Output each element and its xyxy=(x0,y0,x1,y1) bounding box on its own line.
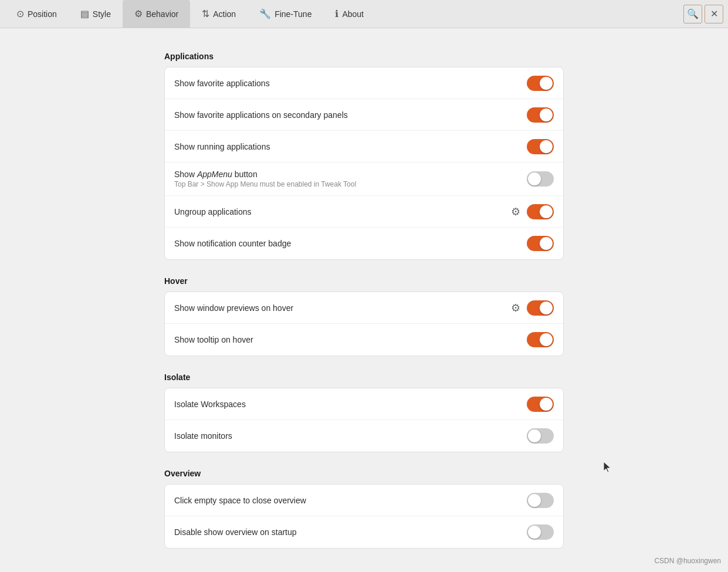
main-content: Applications Show favorite applications … xyxy=(0,28,728,563)
table-row: Show notification counter badge xyxy=(165,228,563,259)
section-isolate-title: Isolate xyxy=(164,373,564,382)
tab-list: ⊙ Position ▤ Style ⚙ Behavior ⇅ Action 🔧… xyxy=(5,0,683,28)
setting-controls xyxy=(527,236,554,251)
tab-style-label: Style xyxy=(93,9,111,19)
toggle-show-running[interactable] xyxy=(527,139,554,154)
setting-label: Show tooltip on hover xyxy=(174,335,253,344)
position-icon: ⊙ xyxy=(16,8,24,19)
table-row: Show window previews on hover ⚙ xyxy=(165,292,563,324)
tab-action-label: Action xyxy=(213,9,236,19)
table-row: Isolate Workspaces xyxy=(165,388,563,420)
section-hover-title: Hover xyxy=(164,276,564,286)
setting-controls xyxy=(527,397,554,412)
tab-position[interactable]: ⊙ Position xyxy=(5,0,69,28)
topbar-actions: 🔍 ✕ xyxy=(683,5,723,23)
table-row: Show tooltip on hover xyxy=(165,324,563,356)
setting-controls xyxy=(527,171,554,187)
tab-behavior[interactable]: ⚙ Behavior xyxy=(123,0,190,28)
setting-controls xyxy=(527,428,554,444)
tab-action[interactable]: ⇅ Action xyxy=(190,0,248,28)
table-row: Show running applications xyxy=(165,131,563,163)
setting-controls xyxy=(527,76,554,91)
setting-controls xyxy=(527,493,554,508)
setting-label: Ungroup applications xyxy=(174,207,252,216)
setting-controls: ⚙ xyxy=(509,204,554,219)
setting-label-group: Show favorite applications on secondary … xyxy=(174,110,348,120)
toggle-ungroup[interactable] xyxy=(527,204,554,219)
toggle-window-previews[interactable] xyxy=(527,300,554,316)
table-row: Ungroup applications ⚙ xyxy=(165,196,563,228)
table-row: Show favorite applications on secondary … xyxy=(165,99,563,131)
watermark: CSDN @huoxingwen xyxy=(654,557,721,565)
tab-behavior-label: Behavior xyxy=(146,9,178,19)
setting-label: Isolate Workspaces xyxy=(174,400,246,409)
setting-label-group: Click empty space to close overview xyxy=(174,496,306,505)
setting-label: Show window previews on hover xyxy=(174,303,293,313)
setting-label-group: Show window previews on hover xyxy=(174,303,293,313)
tab-finetune-label: Fine-Tune xyxy=(275,9,311,19)
setting-label-group: Ungroup applications xyxy=(174,207,252,216)
finetune-icon: 🔧 xyxy=(259,8,271,19)
tab-position-label: Position xyxy=(28,9,57,19)
close-icon: ✕ xyxy=(710,8,718,19)
appmenu-label-italic: AppMenu xyxy=(197,170,232,179)
style-icon: ▤ xyxy=(80,8,89,19)
toggle-appmenu[interactable] xyxy=(527,171,554,187)
toggle-isolate-workspaces[interactable] xyxy=(527,397,554,412)
setting-label: Show running applications xyxy=(174,142,270,151)
setting-label-group: Show notification counter badge xyxy=(174,239,291,248)
toggle-disable-overview[interactable] xyxy=(527,524,554,540)
section-applications-card: Show favorite applications Show favorite… xyxy=(164,67,564,260)
toggle-click-empty-space[interactable] xyxy=(527,493,554,508)
behavior-icon: ⚙ xyxy=(134,8,143,19)
section-hover-card: Show window previews on hover ⚙ Show too… xyxy=(164,292,564,356)
setting-controls: ⚙ xyxy=(509,300,554,316)
table-row: Isolate monitors xyxy=(165,420,563,452)
section-overview-card: Click empty space to close overview Disa… xyxy=(164,484,564,549)
setting-label-group: Show AppMenu button Top Bar > Show App M… xyxy=(174,170,356,188)
section-overview-title: Overview xyxy=(164,469,564,478)
table-row: Click empty space to close overview xyxy=(165,485,563,516)
setting-controls xyxy=(527,107,554,123)
table-row: Show AppMenu button Top Bar > Show App M… xyxy=(165,163,563,196)
toggle-isolate-monitors[interactable] xyxy=(527,428,554,444)
tab-finetune[interactable]: 🔧 Fine-Tune xyxy=(248,0,323,28)
setting-label: Show favorite applications on secondary … xyxy=(174,110,348,120)
section-applications-title: Applications xyxy=(164,52,564,61)
toggle-show-fav-apps[interactable] xyxy=(527,76,554,91)
search-icon: 🔍 xyxy=(687,8,699,19)
setting-label: Show favorite applications xyxy=(174,79,270,88)
setting-label: Click empty space to close overview xyxy=(174,496,306,505)
setting-label: Isolate monitors xyxy=(174,431,232,441)
tab-style[interactable]: ▤ Style xyxy=(69,0,123,28)
setting-label-group: Isolate monitors xyxy=(174,431,232,441)
topbar: ⊙ Position ▤ Style ⚙ Behavior ⇅ Action 🔧… xyxy=(0,0,728,28)
toggle-tooltip[interactable] xyxy=(527,332,554,347)
setting-controls xyxy=(527,524,554,540)
setting-label-group: Show running applications xyxy=(174,142,270,151)
toggle-show-fav-secondary[interactable] xyxy=(527,107,554,123)
setting-label: Show AppMenu button xyxy=(174,170,356,179)
table-row: Show favorite applications xyxy=(165,67,563,99)
gear-icon[interactable]: ⚙ xyxy=(509,302,522,314)
close-button[interactable]: ✕ xyxy=(705,5,723,23)
setting-label-group: Show tooltip on hover xyxy=(174,335,253,344)
about-icon: ℹ xyxy=(335,8,338,19)
appmenu-label-after: button xyxy=(232,170,258,179)
tab-about[interactable]: ℹ About xyxy=(323,0,375,28)
tab-about-label: About xyxy=(342,9,364,19)
setting-label-group: Isolate Workspaces xyxy=(174,400,246,409)
appmenu-label-before: Show xyxy=(174,170,197,179)
setting-label: Disable show overview on startup xyxy=(174,527,297,537)
setting-controls xyxy=(527,139,554,154)
search-button[interactable]: 🔍 xyxy=(683,5,702,23)
setting-label: Show notification counter badge xyxy=(174,239,291,248)
setting-label-group: Disable show overview on startup xyxy=(174,527,297,537)
setting-sublabel: Top Bar > Show App Menu must be enabled … xyxy=(174,180,356,188)
setting-controls xyxy=(527,332,554,347)
table-row: Disable show overview on startup xyxy=(165,516,563,548)
action-icon: ⇅ xyxy=(202,8,209,19)
setting-label-group: Show favorite applications xyxy=(174,79,270,88)
gear-icon[interactable]: ⚙ xyxy=(509,205,522,218)
toggle-notification-badge[interactable] xyxy=(527,236,554,251)
